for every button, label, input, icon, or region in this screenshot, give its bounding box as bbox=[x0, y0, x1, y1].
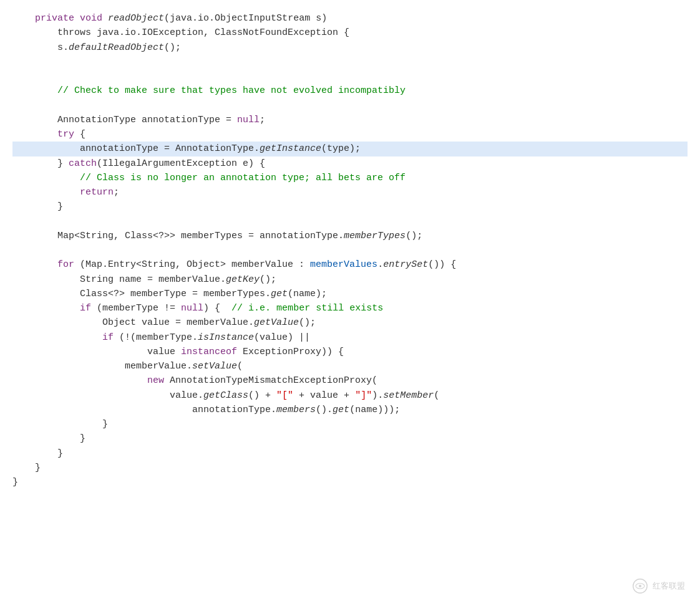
code-token: (memberType != bbox=[91, 301, 181, 315]
code-view: private void readObject(java.io.ObjectIn… bbox=[0, 0, 700, 606]
code-line: if (!(memberType.isInstance(value) || bbox=[12, 330, 688, 345]
code-token: (Map.Entry<String, Object> memberValue : bbox=[74, 257, 310, 272]
code-token: Object value = memberValue. bbox=[12, 315, 254, 330]
code-token bbox=[12, 301, 80, 315]
code-token: null bbox=[181, 301, 203, 315]
code-token: void bbox=[80, 11, 102, 26]
code-token: } bbox=[12, 446, 63, 461]
code-token: . bbox=[377, 257, 383, 272]
code-line: throws java.io.IOException, ClassNotFoun… bbox=[12, 26, 688, 40]
code-token: annotationType. bbox=[12, 403, 276, 417]
code-line: // Class is no longer an annotation type… bbox=[12, 171, 688, 185]
code-line: memberValue.setValue( bbox=[12, 359, 688, 373]
code-token: setValue bbox=[192, 359, 237, 373]
code-line: annotationType = AnnotationType.getInsta… bbox=[12, 142, 688, 156]
code-line: try { bbox=[12, 127, 688, 142]
code-line: AnnotationType annotationType = null; bbox=[12, 113, 688, 127]
code-token: ; bbox=[260, 113, 265, 127]
code-token bbox=[12, 11, 35, 26]
code-token: (). bbox=[316, 403, 333, 417]
code-token: (); bbox=[406, 229, 422, 243]
code-line: s.defaultReadObject(); bbox=[12, 41, 688, 55]
code-token: annotationType = AnnotationType. bbox=[12, 142, 260, 156]
code-line: value.getClass() + "[" + value + "]").se… bbox=[12, 388, 688, 403]
code-token: } bbox=[12, 461, 41, 475]
code-token: defaultReadObject bbox=[69, 41, 164, 55]
code-token: } bbox=[12, 417, 108, 431]
code-token: (); bbox=[164, 41, 181, 55]
code-line: } bbox=[12, 431, 688, 446]
code-line bbox=[12, 214, 688, 229]
code-token: + value + bbox=[293, 388, 355, 403]
code-line: new AnnotationTypeMismatchExceptionProxy… bbox=[12, 373, 688, 388]
code-token: (!(memberType. bbox=[114, 330, 198, 345]
code-token: ( bbox=[237, 359, 243, 373]
code-token bbox=[12, 185, 80, 200]
code-token: (value) || bbox=[254, 330, 310, 345]
code-line: return; bbox=[12, 185, 688, 200]
code-token bbox=[74, 11, 80, 26]
code-token: ). bbox=[372, 388, 383, 403]
code-token: Class<?> memberType = memberTypes. bbox=[12, 287, 271, 301]
code-token: value. bbox=[12, 388, 203, 403]
code-token bbox=[12, 257, 57, 272]
code-token bbox=[12, 373, 147, 388]
code-token: getInstance bbox=[260, 142, 321, 156]
code-token: if bbox=[80, 301, 91, 315]
code-token: entrySet bbox=[383, 257, 428, 272]
code-token: } bbox=[12, 475, 18, 489]
code-token: readObject bbox=[108, 11, 164, 26]
code-token: memberTypes bbox=[344, 229, 406, 243]
code-line: } bbox=[12, 446, 688, 461]
watermark-text: 红客联盟 bbox=[653, 580, 685, 592]
code-token: (); bbox=[299, 315, 316, 330]
code-token: // i.e. member still exists bbox=[231, 301, 383, 315]
code-line: annotationType.members().get(name))); bbox=[12, 403, 688, 417]
code-line: if (memberType != null) { // i.e. member… bbox=[12, 301, 688, 315]
code-line: private void readObject(java.io.ObjectIn… bbox=[12, 11, 688, 26]
code-token: () + bbox=[248, 388, 276, 403]
code-token: (type); bbox=[321, 142, 361, 156]
code-token: catch bbox=[69, 156, 97, 171]
code-line: } catch(IllegalArgumentException e) { bbox=[12, 156, 688, 171]
code-token: ( bbox=[434, 388, 439, 403]
code-token: ExceptionProxy)) { bbox=[237, 345, 344, 359]
code-token: s. bbox=[12, 41, 69, 55]
code-token: getClass bbox=[203, 388, 248, 403]
watermark: 红客联盟 bbox=[631, 577, 685, 595]
code-token: (name))); bbox=[349, 403, 400, 417]
code-token: getValue bbox=[254, 315, 299, 330]
code-token: for bbox=[57, 257, 74, 272]
code-token: // Check to make sure that types have no… bbox=[57, 84, 406, 98]
code-token: ; bbox=[114, 185, 119, 200]
code-token: ()) { bbox=[428, 257, 456, 272]
code-line: } bbox=[12, 461, 688, 475]
code-line: } bbox=[12, 200, 688, 214]
code-token bbox=[12, 127, 57, 142]
code-token: { bbox=[74, 127, 85, 142]
code-token bbox=[12, 84, 57, 98]
code-token: ) { bbox=[203, 301, 231, 315]
code-token: isInstance bbox=[198, 330, 254, 345]
code-line: Class<?> memberType = memberTypes.get(na… bbox=[12, 287, 688, 301]
code-token: (name); bbox=[288, 287, 327, 301]
code-token: "]" bbox=[355, 388, 372, 403]
code-token: new bbox=[147, 373, 164, 388]
code-line: Map<String, Class<?>> memberTypes = anno… bbox=[12, 229, 688, 243]
code-token: throws bbox=[57, 26, 91, 40]
code-token: return bbox=[80, 185, 114, 200]
code-token: if bbox=[102, 330, 114, 345]
code-token bbox=[12, 171, 80, 185]
code-token: "[" bbox=[276, 388, 293, 403]
code-line bbox=[12, 243, 688, 257]
code-token: AnnotationTypeMismatchExceptionProxy( bbox=[164, 373, 377, 388]
code-token: instanceof bbox=[181, 345, 237, 359]
code-token: get bbox=[333, 403, 349, 417]
code-token: setMember bbox=[383, 388, 434, 403]
svg-point-2 bbox=[639, 585, 641, 587]
code-token: } bbox=[12, 156, 69, 171]
code-token: (java.io.ObjectInputStream s) bbox=[164, 11, 327, 26]
watermark-icon bbox=[631, 577, 649, 595]
code-token: members bbox=[276, 403, 316, 417]
code-token: (IllegalArgumentException e) { bbox=[97, 156, 265, 171]
